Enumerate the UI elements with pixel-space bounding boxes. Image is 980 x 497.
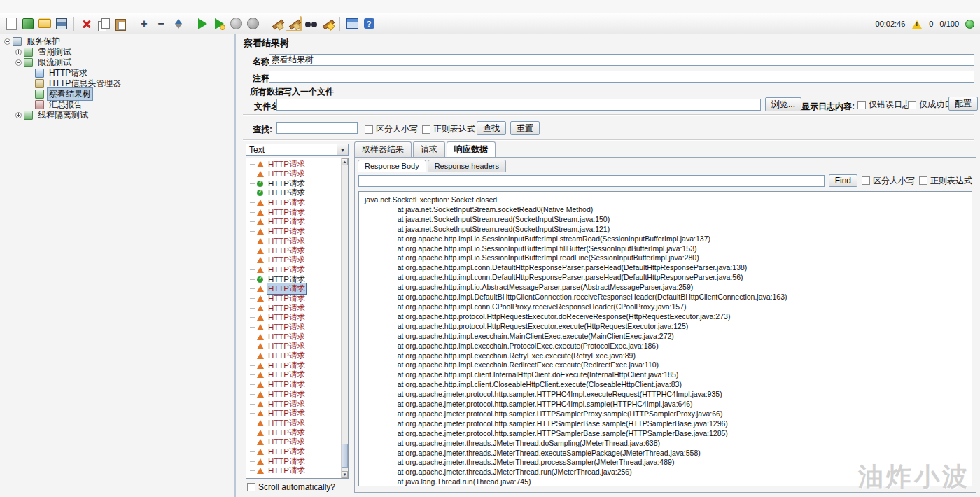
- menu-item[interactable]: [32, 6, 42, 7]
- configure-button[interactable]: 配置: [948, 97, 978, 111]
- result-item[interactable]: HTTP请求: [247, 169, 340, 179]
- tab-request[interactable]: 请求: [413, 141, 445, 157]
- start-no-pauses-icon[interactable]: [211, 15, 227, 32]
- tree-toggle-icon[interactable]: [15, 49, 22, 55]
- result-item[interactable]: HTTP请求: [247, 246, 340, 255]
- tree-node[interactable]: HTTP信息头管理器: [0, 78, 234, 89]
- result-item[interactable]: HTTP请求: [247, 332, 340, 342]
- tree-node[interactable]: 服务保护: [0, 36, 234, 47]
- response-find-button[interactable]: Find: [829, 174, 858, 187]
- response-case-checkbox[interactable]: 区分大小写: [862, 175, 915, 187]
- results-scrollbar[interactable]: ▲ ▼: [341, 158, 348, 478]
- browse-button[interactable]: 浏览...: [765, 97, 802, 111]
- scroll-up-icon[interactable]: ▲: [342, 158, 348, 165]
- new-icon[interactable]: [3, 15, 20, 32]
- collapse-icon[interactable]: [153, 15, 169, 32]
- search-input[interactable]: [276, 122, 358, 134]
- filename-input[interactable]: [276, 99, 761, 111]
- comment-input[interactable]: [269, 71, 974, 83]
- response-body-area[interactable]: java.net.SocketException: Socket closed …: [358, 191, 972, 486]
- result-item[interactable]: HTTP请求: [247, 303, 340, 313]
- function-helper-icon[interactable]: [344, 15, 360, 32]
- start-icon[interactable]: [194, 15, 211, 32]
- scroll-automatically-checkbox[interactable]: Scroll automatically?: [247, 482, 335, 493]
- result-item[interactable]: HTTP请求: [247, 438, 340, 447]
- cut-icon[interactable]: [78, 15, 94, 32]
- tree-node[interactable]: HTTP请求: [0, 68, 234, 78]
- result-item[interactable]: HTTP请求: [247, 284, 340, 294]
- tree-toggle-icon[interactable]: [4, 38, 10, 45]
- tab-response-data[interactable]: 响应数据: [447, 141, 496, 157]
- result-item[interactable]: HTTP请求: [247, 380, 340, 390]
- search-reset-icon[interactable]: [319, 15, 336, 32]
- search-icon[interactable]: [302, 15, 319, 32]
- warning-icon[interactable]: [911, 19, 923, 29]
- result-item[interactable]: HTTP请求: [247, 227, 340, 237]
- response-regex-checkbox[interactable]: 正则表达式: [919, 175, 972, 187]
- view-mode-combobox[interactable]: Text ▼: [246, 144, 349, 156]
- menu-item[interactable]: [22, 6, 32, 7]
- response-find-input[interactable]: [358, 175, 825, 187]
- separator[interactable]: [74, 17, 74, 31]
- result-item[interactable]: HTTP请求: [247, 255, 340, 265]
- tree-node[interactable]: 汇总报告: [0, 99, 234, 110]
- result-item[interactable]: HTTP请求: [247, 237, 340, 246]
- result-item[interactable]: HTTP请求: [247, 207, 340, 217]
- paste-icon[interactable]: [111, 15, 128, 32]
- separator[interactable]: [265, 17, 265, 31]
- subtab-response-headers[interactable]: Response headers: [428, 160, 506, 172]
- search-reset-button[interactable]: 重置: [510, 121, 540, 135]
- result-item[interactable]: HTTP请求: [247, 370, 340, 380]
- separator[interactable]: [132, 17, 132, 31]
- separator[interactable]: [190, 17, 190, 31]
- menu-item[interactable]: [13, 6, 22, 7]
- separator[interactable]: [340, 17, 340, 31]
- result-item[interactable]: HTTP请求: [247, 351, 340, 361]
- open-icon[interactable]: [36, 15, 53, 32]
- tree-node[interactable]: 线程隔离测试: [0, 110, 234, 120]
- result-item[interactable]: HTTP请求: [247, 323, 340, 332]
- subtab-response-body[interactable]: Response Body: [358, 160, 426, 172]
- name-input[interactable]: [269, 54, 974, 66]
- scrollbar-thumb[interactable]: [342, 444, 348, 468]
- search-case-checkbox[interactable]: 区分大小写: [365, 123, 418, 135]
- templates-icon[interactable]: [20, 15, 36, 32]
- result-item[interactable]: HTTP请求: [247, 419, 340, 428]
- result-item[interactable]: HTTP请求: [247, 313, 340, 323]
- result-item[interactable]: HTTP请求: [247, 217, 340, 227]
- result-item[interactable]: HTTP请求: [247, 428, 340, 438]
- menu-item[interactable]: [3, 6, 13, 7]
- shutdown-icon[interactable]: [244, 15, 261, 32]
- result-item[interactable]: HTTP请求: [247, 360, 340, 370]
- result-item[interactable]: HTTP请求: [247, 178, 340, 188]
- expand-icon[interactable]: [136, 15, 153, 32]
- result-item[interactable]: HTTP请求: [247, 198, 340, 208]
- result-item[interactable]: HTTP请求: [247, 265, 340, 275]
- tree-node[interactable]: 限流测试: [0, 57, 234, 68]
- result-item[interactable]: HTTP请求: [247, 342, 340, 351]
- search-regex-checkbox[interactable]: 正则表达式: [422, 123, 475, 135]
- result-item[interactable]: HTTP请求: [247, 160, 340, 169]
- help-icon[interactable]: [360, 15, 377, 32]
- chevron-down-icon[interactable]: ▼: [337, 144, 348, 155]
- clear-icon[interactable]: [269, 15, 286, 32]
- clear-all-icon[interactable]: [286, 15, 302, 32]
- tree-node[interactable]: 雪崩测试: [0, 47, 234, 57]
- tree-toggle-icon[interactable]: [15, 59, 22, 66]
- result-item[interactable]: HTTP请求: [247, 390, 340, 400]
- result-item[interactable]: HTTP请求: [247, 294, 340, 304]
- tab-sampler-result[interactable]: 取样器结果: [354, 141, 412, 157]
- result-item[interactable]: HTTP请求: [247, 399, 340, 409]
- menu-item[interactable]: [52, 6, 62, 7]
- copy-icon[interactable]: [94, 15, 111, 32]
- result-item[interactable]: HTTP请求: [247, 188, 340, 198]
- toggle-icon[interactable]: [169, 15, 186, 32]
- save-icon[interactable]: [53, 15, 70, 32]
- result-item[interactable]: HTTP请求: [247, 466, 340, 476]
- errors-only-checkbox[interactable]: 仅错误日志: [858, 99, 911, 111]
- search-find-button[interactable]: 查找: [477, 121, 506, 135]
- stop-icon[interactable]: [227, 15, 244, 32]
- result-item[interactable]: HTTP请求: [247, 409, 340, 419]
- tree-node[interactable]: 察看结果树: [0, 89, 234, 99]
- result-item[interactable]: HTTP请求: [247, 456, 340, 466]
